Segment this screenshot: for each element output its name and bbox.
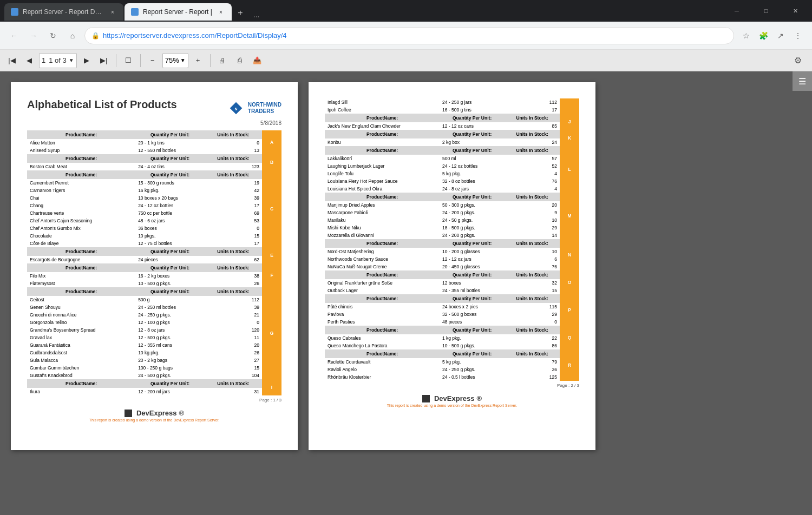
product-qty: 20 - 1 kg tins [135, 139, 205, 147]
extensions-button[interactable]: 🧩 [756, 28, 771, 43]
product-qty: 36 boxes [135, 225, 205, 232]
col-stock-F: Units In Stock: [205, 263, 262, 272]
tab-close-2[interactable]: × [217, 8, 225, 16]
tab-report-detail[interactable]: Report Server - Report Deta × [4, 3, 123, 21]
col-qty-M: Quantity Per Unit: [440, 193, 505, 201]
product-qty: 2 kg box [440, 138, 505, 146]
print-button[interactable]: 🖨 [215, 52, 230, 69]
product-qty: 48 pieces [440, 318, 505, 326]
product-name: NuNuCa Nuß-Nougat-Creme [325, 263, 440, 270]
section-letter-E: E [262, 247, 281, 263]
product-name: Filo Mix [27, 272, 135, 280]
forward-button[interactable]: → [26, 28, 41, 43]
table-row: Louisiana Hot Spiced Okra24 - 8 oz jars4 [325, 185, 579, 193]
product-qty: 500 ml [440, 155, 505, 162]
product-stock: 42 [205, 187, 262, 194]
minimize-button[interactable]: ─ [724, 0, 749, 22]
zoom-in-button[interactable]: + [191, 52, 206, 69]
first-page-button[interactable]: |◀ [4, 52, 19, 69]
side-panel-icon[interactable]: ☰ [793, 71, 812, 91]
product-qty: 24 - 200 g pkgs. [440, 232, 505, 239]
browser-titlebar: Report Server - Report Deta × Report Ser… [0, 0, 812, 22]
product-stock: 76 [505, 263, 560, 270]
product-qty: 24 - 250 g pkgs. [440, 366, 505, 373]
menu-button[interactable]: ⋮ [790, 28, 806, 43]
table-row: Chai10 boxes x 20 bags39 [27, 194, 281, 202]
product-stock: 22 [505, 334, 560, 342]
tab-close-1[interactable]: × [108, 8, 117, 16]
col-qty-G: Quantity Per Unit: [135, 287, 205, 296]
next-page-button[interactable]: ▶ [79, 52, 94, 69]
product-name: Chang [27, 202, 135, 209]
product-name: Perth Pasties [325, 318, 440, 326]
zoom-value: 75% [165, 56, 179, 64]
product-qty: 24 - 12 oz bottles [440, 162, 505, 170]
page-of-label: 1 of 3 [49, 56, 67, 64]
product-qty: 10 - 500 g pkgs. [135, 280, 205, 287]
table-row: Manjimup Dried Apples50 - 300 g pkgs.20 [325, 201, 579, 209]
table-row: Northwoods Cranberry Sauce12 - 12 oz jar… [325, 255, 579, 263]
col-qty-E: Quantity Per Unit: [135, 247, 205, 256]
maximize-button[interactable]: □ [754, 0, 778, 22]
zoom-dropdown-arrow[interactable]: ▼ [180, 57, 186, 63]
table-row: Alice Mutton 20 - 1 kg tins 0 [27, 139, 281, 147]
page-dropdown-arrow[interactable]: ▼ [69, 57, 74, 63]
product-stock: 19 [205, 179, 262, 187]
product-stock: 10 [505, 216, 560, 224]
table-row: Gnocchi di nonna Alice24 - 250 g pkgs.21 [27, 311, 281, 319]
section-letter-A: A [262, 130, 281, 154]
product-name: Chef Anton's Gumbo Mix [27, 225, 135, 232]
product-stock: 4 [505, 170, 560, 177]
product-stock: 13 [205, 147, 262, 154]
last-page-button[interactable]: ▶| [96, 52, 112, 69]
report-toolbar: |◀ ◀ 1 1 of 3 ▼ ▶ ▶| ☐ − 75% ▼ + 🖨 ⎙ 📤 ⚙ [0, 50, 812, 71]
close-button[interactable]: ✕ [783, 0, 808, 22]
product-stock: 17 [205, 240, 262, 247]
toolbar-divider-3 [210, 54, 211, 67]
report-page-1: Alphabetical List of Products N NORTHWIN… [11, 82, 298, 450]
section-header-C: ProductName: Quantity Per Unit: Units In… [27, 170, 281, 179]
url-box[interactable]: 🔒 https://reportserver.devexpress.com/Re… [84, 27, 734, 44]
col-qty-Q: Quantity Per Unit: [440, 326, 505, 334]
table-row: Gravad lax12 - 500 g pkgs.11 [27, 334, 281, 341]
zoom-level-select[interactable]: 75% ▼ [162, 53, 188, 68]
tab-report-display[interactable]: Report Server - Report | × [125, 3, 232, 21]
col-stock-K: Units In Stock: [505, 130, 560, 138]
product-stock: 38 [205, 272, 262, 280]
page-view-button[interactable]: ☐ [121, 52, 136, 69]
product-qty: 500 g [135, 296, 205, 303]
reload-button[interactable]: ↻ [45, 28, 61, 43]
report-date-1: 5/8/2018 [27, 120, 281, 126]
export-button[interactable]: 📤 [250, 52, 265, 69]
table-row: Gorgonzola Telino12 - 100 g pkgs0 [27, 319, 281, 326]
table-row: Geitost500 g112 [27, 296, 281, 303]
section-header-K: ProductName: Quantity Per Unit: Units In… [325, 130, 579, 138]
prev-page-button[interactable]: ◀ [22, 52, 37, 69]
settings-icon[interactable]: ⚙ [788, 51, 808, 70]
bookmark-button[interactable]: ☆ [738, 28, 754, 43]
section-letter-N: N [560, 239, 579, 270]
product-qty: 24 boxes x 2 pies [440, 303, 505, 311]
product-name: Escargots de Bourgogne [27, 256, 135, 263]
product-stock: 15 [505, 287, 560, 294]
table-row: Jack's New England Clam Chowder12 - 12 o… [325, 122, 579, 130]
product-qty: 12 - 75 cl bottles [135, 240, 205, 247]
home-button[interactable]: ⌂ [65, 28, 80, 43]
product-stock: 9 [505, 209, 560, 216]
page-nav-display[interactable]: 1 1 of 3 ▼ [39, 53, 77, 68]
zoom-out-button[interactable]: − [145, 52, 160, 69]
col-stock-R: Units In Stock: [505, 349, 560, 358]
back-button[interactable]: ← [6, 28, 22, 43]
print-layout-button[interactable]: ⎙ [232, 52, 247, 69]
product-stock: 20 [505, 201, 560, 209]
table-row: Konbu2 kg box24 [325, 138, 579, 146]
table-row: Ipoh Coffee 16 - 500 g tins 17 [325, 106, 579, 114]
new-tab-button[interactable]: + [233, 5, 248, 21]
devex-square-icon-2 [422, 395, 430, 402]
share-button[interactable]: ↗ [773, 28, 788, 43]
report-table-2: Inlagd Sill 24 - 250 g jars 112 Ipoh Cof… [325, 98, 579, 381]
product-stock: 120 [205, 326, 262, 334]
product-stock: 57 [505, 155, 560, 162]
product-stock: 29 [505, 311, 560, 318]
product-name: Konbu [325, 138, 440, 146]
